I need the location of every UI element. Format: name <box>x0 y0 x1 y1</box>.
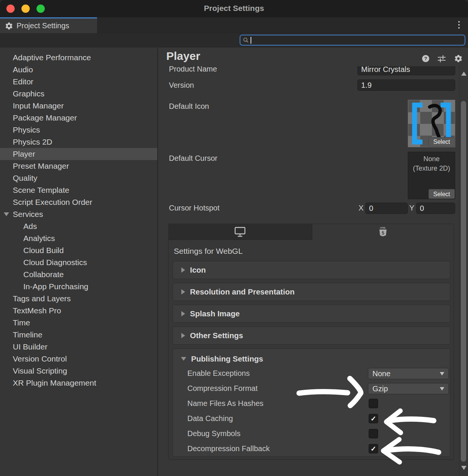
enable-exceptions-dropdown[interactable]: None <box>368 368 449 379</box>
section-label: Icon <box>190 265 206 275</box>
sidebar-item-cloud-build[interactable]: Cloud Build <box>0 244 157 256</box>
sidebar-item-input-manager[interactable]: Input Manager <box>0 100 157 112</box>
sidebar-item-label: Visual Scripting <box>13 366 67 375</box>
tab-project-settings[interactable]: Project Settings <box>0 17 97 33</box>
chevron-down-icon <box>440 387 444 391</box>
cursor-hotspot-label: Cursor Hotspot <box>169 204 220 212</box>
sidebar-item-label: Script Execution Order <box>13 198 92 207</box>
section-label: Other Settings <box>190 331 243 340</box>
sidebar-item-label: Quality <box>13 174 37 183</box>
sidebar-item-textmesh-pro[interactable]: TextMesh Pro <box>0 305 157 317</box>
foldout-collapsed-icon <box>181 267 185 273</box>
section-label: Resolution and Presentation <box>190 287 295 296</box>
hotspot-y-label: Y <box>409 204 414 212</box>
page-title: Player <box>166 50 200 63</box>
kebab-menu-icon[interactable] <box>458 21 460 29</box>
hotspot-x-label: X <box>359 204 363 212</box>
sidebar-item-quality[interactable]: Quality <box>0 172 157 184</box>
settings-category-list: Adaptive PerformanceAudioEditorGraphicsI… <box>0 47 158 476</box>
sidebar-item-version-control[interactable]: Version Control <box>0 353 157 365</box>
search-row <box>0 33 468 47</box>
gear-icon[interactable] <box>454 54 463 63</box>
default-icon-select-button[interactable]: Select <box>428 137 455 147</box>
cursor-value-line2: (Texture 2D) <box>408 164 455 173</box>
sidebar-item-cloud-diagnostics[interactable]: Cloud Diagnostics <box>0 256 157 269</box>
name-files-as-hashes-checkbox[interactable] <box>369 399 378 408</box>
sidebar-item-label: Input Manager <box>13 101 64 110</box>
debug-symbols-label: Debug Symbols <box>187 429 240 438</box>
publishing-settings-header[interactable]: Publishing Settings <box>181 354 263 363</box>
sidebar-item-adaptive-performance[interactable]: Adaptive Performance <box>0 52 157 64</box>
sidebar-item-analytics[interactable]: Analytics <box>0 232 157 244</box>
sidebar-item-visual-scripting[interactable]: Visual Scripting <box>0 365 157 377</box>
sidebar-item-collaborate[interactable]: Collaborate <box>0 269 157 281</box>
sidebar-item-label: Ads <box>23 222 37 231</box>
hotspot-x-field[interactable]: 0 <box>365 203 408 214</box>
version-field[interactable]: 1.9 <box>357 79 455 91</box>
sidebar-item-editor[interactable]: Editor <box>0 76 157 88</box>
default-icon-texture[interactable]: Select <box>408 100 455 147</box>
sidebar-item-physics[interactable]: Physics <box>0 124 157 136</box>
svg-text:HTML: HTML <box>380 227 386 229</box>
tab-label: Project Settings <box>17 21 69 30</box>
platform-tab-standalone[interactable] <box>168 224 312 240</box>
data-caching-label: Data Caching <box>187 414 233 423</box>
compression-format-label: Compression Format <box>187 384 258 393</box>
foldout-expanded-icon[interactable] <box>4 212 9 216</box>
debug-symbols-checkbox[interactable] <box>369 429 378 438</box>
sidebar-item-tags-and-layers[interactable]: Tags and Layers <box>0 293 157 305</box>
sidebar-item-label: Cloud Build <box>23 246 64 255</box>
sidebar-item-timeline[interactable]: Timeline <box>0 329 157 341</box>
sidebar-item-graphics[interactable]: Graphics <box>0 88 157 100</box>
default-cursor-select-button[interactable]: Select <box>428 189 455 199</box>
text-caret <box>251 37 251 44</box>
sidebar-item-label: Physics 2D <box>13 137 52 146</box>
section-splash-image[interactable]: Splash Image <box>173 305 450 323</box>
hotspot-y-field[interactable]: 0 <box>416 203 455 214</box>
section-other-settings[interactable]: Other Settings <box>173 326 450 345</box>
foldout-collapsed-icon <box>181 289 185 294</box>
sidebar-item-label: Package Manager <box>13 113 77 122</box>
scrollbar-thumb[interactable] <box>461 101 466 462</box>
sidebar-item-player[interactable]: Player <box>0 148 157 160</box>
section-resolution-and-presentation[interactable]: Resolution and Presentation <box>173 283 450 301</box>
compression-format-dropdown[interactable]: Gzip <box>368 383 449 394</box>
sidebar-item-preset-manager[interactable]: Preset Manager <box>0 160 157 172</box>
sidebar-item-services[interactable]: Services <box>0 208 157 220</box>
tab-strip: Project Settings <box>0 17 468 33</box>
foldout-expanded-icon <box>181 357 186 361</box>
sidebar-item-label: Cloud Diagnostics <box>23 258 87 267</box>
sidebar-item-label: Player <box>13 150 35 159</box>
inspector-header: Player ? <box>159 47 468 66</box>
scroll-up-arrow-icon[interactable] <box>461 72 466 76</box>
sidebar-item-in-app-purchasing[interactable]: In-App Purchasing <box>0 281 157 293</box>
sidebar-item-script-execution-order[interactable]: Script Execution Order <box>0 196 157 208</box>
default-cursor-field[interactable]: None (Texture 2D) Select <box>408 152 455 199</box>
svg-text:5: 5 <box>382 230 384 236</box>
sidebar-item-ui-builder[interactable]: UI Builder <box>0 341 157 353</box>
sidebar-item-ads[interactable]: Ads <box>0 220 157 232</box>
default-icon-label: Default Icon <box>169 102 209 111</box>
name-files-as-hashes-label: Name Files As Hashes <box>187 399 263 408</box>
search-input[interactable] <box>240 35 465 46</box>
sidebar-item-label: Physics <box>13 125 40 134</box>
decompression-fallback-checkbox[interactable]: ✓ <box>369 444 378 453</box>
sidebar-item-scene-template[interactable]: Scene Template <box>0 184 157 196</box>
sidebar-item-audio[interactable]: Audio <box>0 64 157 76</box>
sidebar-item-package-manager[interactable]: Package Manager <box>0 112 157 124</box>
scroll-down-arrow-icon[interactable] <box>461 466 466 470</box>
sidebar-item-label: Services <box>13 210 43 219</box>
default-cursor-label: Default Cursor <box>169 154 217 163</box>
sidebar-item-label: Analytics <box>23 234 55 243</box>
sidebar-item-label: Graphics <box>13 89 44 98</box>
version-label: Version <box>169 81 194 90</box>
sidebar-item-physics-2d[interactable]: Physics 2D <box>0 136 157 148</box>
sidebar-item-time[interactable]: Time <box>0 317 157 329</box>
data-caching-checkbox[interactable]: ✓ <box>369 414 378 423</box>
help-icon[interactable]: ? <box>422 55 429 62</box>
platform-tab-webgl[interactable]: HTML 5 <box>312 224 454 240</box>
presets-icon[interactable] <box>438 55 446 63</box>
foldout-collapsed-icon <box>181 333 185 338</box>
sidebar-item-xr-plugin-management[interactable]: XR Plugin Management <box>0 377 157 389</box>
section-icon[interactable]: Icon <box>173 261 450 279</box>
